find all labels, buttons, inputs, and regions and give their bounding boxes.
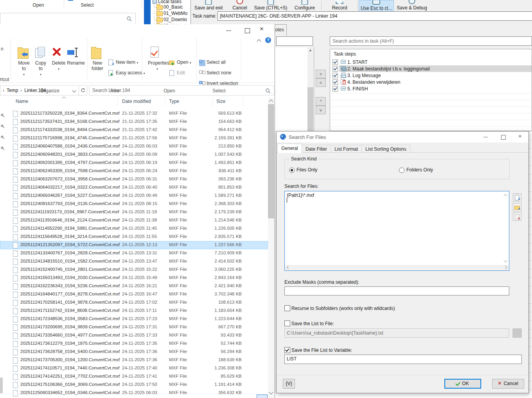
breadcrumb-temp[interactable]: Temp (7, 88, 18, 93)
tree-folder-02_Downlo[interactable]: 02_Downlo (151, 16, 191, 23)
copy-to-button[interactable]: Copy to▾ (33, 45, 49, 77)
scroll-left-icon[interactable] (287, 266, 291, 270)
task-step[interactable]: 5. FINISH (330, 85, 532, 92)
save-list-to-variable-checkbox[interactable] (284, 347, 290, 353)
column-divider[interactable] (212, 98, 213, 106)
file-row[interactable]: 20251124173705300_0194_1200.ConvertCvt.m… (0, 356, 268, 364)
scrollbar-thumb[interactable] (268, 104, 274, 218)
radio-icon[interactable] (289, 167, 295, 173)
breadcrumb-linker194[interactable]: Linker.194 (24, 88, 46, 93)
file-row[interactable]: 20251124062001395_0194_4797.ConvertCvt.m… (0, 159, 268, 167)
file-row[interactable]: 20251124171152742_0194_8608.ConvertCvt.m… (0, 307, 268, 315)
file-row[interactable]: 20251124111923173_0194_9967.ConvertCvt.m… (0, 208, 268, 216)
select-none-button[interactable]: Select none (199, 70, 231, 79)
rt-cancel-button[interactable]: Cancel (227, 0, 252, 11)
remove-step-button[interactable]: < (316, 78, 326, 87)
step-body[interactable]: 4. Bestanden verwijderen (339, 79, 532, 85)
scroll-up-icon[interactable] (504, 194, 508, 198)
variable-name-input[interactable]: LIST (284, 355, 522, 364)
refresh-button[interactable] (79, 85, 87, 95)
file-row[interactable]: 20251121175716998_0194_4745.ConvertCvt.m… (0, 134, 268, 142)
breadcrumb[interactable]: ›Temp›Linker.194 (0, 85, 79, 95)
file-row[interactable]: 20251125060334652_0194_0346.ConvertCvt.m… (0, 389, 268, 397)
column-header-date-modified[interactable]: Date modified (122, 99, 151, 104)
rt-esc-button[interactable]: Use Esc to cl... (359, 0, 394, 11)
add-file-mask-button[interactable]: + (513, 193, 521, 202)
file-row[interactable]: 20251124162236343_0194_5236.ConvertCvt.m… (0, 282, 268, 290)
file-row[interactable]: 20251124174110571_0194_7440.ConvertCvt.m… (0, 364, 268, 373)
explorer-search-input[interactable]: Search Linker.194 (89, 85, 274, 95)
new-folder-button[interactable]: New folder (89, 45, 106, 71)
step-checkbox[interactable] (332, 66, 338, 72)
browse-button[interactable] (512, 328, 522, 338)
tab-date-filter[interactable]: Date Filter (302, 145, 331, 153)
file-row[interactable]: 20251124060948201_0194_3833.ConvertCvt.m… (0, 151, 268, 159)
tab-list-format[interactable]: List Format (331, 145, 362, 153)
tab-list-sorting-options[interactable]: List Sorting Options (361, 145, 410, 153)
edit-button[interactable]: Edit (169, 70, 185, 79)
task-name-input[interactable]: [MAINTENANCE] 26C- ONE-SERVER-APP - Link… (217, 11, 532, 21)
tree-folder-01_WebMo[interactable]: 01_WebMo (151, 10, 191, 16)
column-divider[interactable] (165, 98, 165, 106)
file-row[interactable]: 20251124174142251_0194_7702.ConvertCvt.m… (0, 373, 268, 381)
file-row[interactable]: 20251124152400745_0194_2801.ConvertCvt.m… (0, 266, 268, 274)
actions-filter-input[interactable] (276, 36, 313, 46)
properties-button[interactable]: Properties▾ (148, 45, 167, 71)
tab-general[interactable]: General (277, 144, 302, 153)
add-step-button[interactable]: > (316, 70, 326, 78)
file-row[interactable]: 20251124133400767_0194_2828.ConvertCvt.m… (0, 249, 268, 258)
close-icon[interactable]: × (260, 25, 264, 33)
task-step[interactable]: 3. Log Message (330, 72, 532, 79)
file-row[interactable]: 20251124170258141_0194_9878.ConvertCvt.m… (0, 299, 268, 307)
easy-access-button[interactable]: Easy access ▾ (108, 70, 145, 79)
rename-button[interactable]: Rename (66, 45, 85, 66)
file-row[interactable]: 20251124060407586_0194_2436.ConvertCvt.m… (0, 142, 268, 151)
select-all-button[interactable]: Select all (199, 59, 226, 68)
task-step[interactable]: 1. START (330, 59, 532, 65)
column-header-size[interactable]: Size (216, 99, 225, 104)
search-pattern-textarea[interactable]: {Path1}\*.mxf (284, 191, 509, 271)
add-folder-mask-button[interactable]: + (513, 203, 521, 211)
file-row[interactable]: 20251124164840177_0194_8278.ConvertCvt.m… (0, 290, 268, 299)
maximize-icon[interactable] (245, 28, 250, 33)
file-row[interactable]: 20251124173612279_0194_1875.ConvertCvt.m… (0, 340, 268, 348)
file-row[interactable]: 20251124173200695_0194_9839.ConvertCvt.m… (0, 323, 268, 331)
rt-save-button[interactable]: Save (CTRL+S) (252, 0, 289, 11)
step-checkbox[interactable] (332, 73, 338, 78)
nav-scrollbar-fragment[interactable] (0, 378, 3, 393)
file-row[interactable]: 20251124155013493_0194_2030.ConvertCvt.m… (0, 274, 268, 282)
radio-icon[interactable] (399, 167, 404, 173)
file-row[interactable]: 20251124063207672_0194_3958.ConvertCvt.m… (0, 175, 268, 184)
step-body[interactable]: 2. Maak bestandslijst t.b.v. loggingsmai… (339, 65, 532, 72)
minimize-icon[interactable] (226, 31, 231, 31)
file-row[interactable]: 20251124121352097_0194_5722.ConvertCvt.m… (0, 241, 268, 249)
recurse-subfolders-checkbox[interactable] (284, 305, 290, 311)
file-row[interactable]: 20251124173628758_0194_5400.ConvertCvt.m… (0, 348, 268, 356)
close-icon[interactable]: × (518, 133, 522, 139)
exclude-masks-input[interactable] (284, 286, 509, 295)
help-icon[interactable]: ? (265, 37, 271, 43)
file-row[interactable]: 20251124062453305_0194_7598.ConvertCvt.m… (0, 167, 268, 175)
dialog-titlebar[interactable]: Search For Files × (277, 131, 528, 142)
task-step[interactable]: 4. Bestanden verwijderen (330, 79, 532, 85)
delete-button[interactable]: Delete▾ (51, 45, 66, 71)
file-row[interactable]: 20251124081637793_0194_0135.ConvertCvt.m… (0, 200, 268, 208)
rt-debug-button[interactable]: Save & Debug (394, 0, 430, 11)
minimize-icon[interactable] (483, 137, 488, 137)
rt-save-exit-button[interactable]: Save and exit (190, 0, 227, 11)
file-list-scrollbar[interactable] (268, 98, 274, 398)
column-divider[interactable] (117, 98, 118, 106)
scroll-down-icon[interactable] (504, 259, 508, 263)
file-row[interactable]: 20251124172348536_0194_0583.ConvertCvt.m… (0, 315, 268, 323)
step-checkbox[interactable] (332, 86, 338, 92)
file-row[interactable]: 20251121174332038_0194_8494.ConvertCvt.m… (0, 126, 268, 134)
horizontal-scrollbar[interactable] (285, 265, 509, 270)
rt-configure-button[interactable]: Configure (289, 0, 320, 11)
radio-option-files-only[interactable]: Files Only (289, 167, 317, 173)
step-checkbox[interactable] (332, 79, 338, 85)
file-row[interactable]: 20251124173354660_0194_4977.ConvertCvt.m… (0, 331, 268, 340)
scroll-right-icon[interactable] (503, 266, 507, 270)
move-to-button[interactable]: Move to▾ (16, 45, 32, 77)
open-button[interactable]: Open ▾ (169, 59, 191, 68)
step-body[interactable]: 3. Log Message (339, 72, 532, 79)
